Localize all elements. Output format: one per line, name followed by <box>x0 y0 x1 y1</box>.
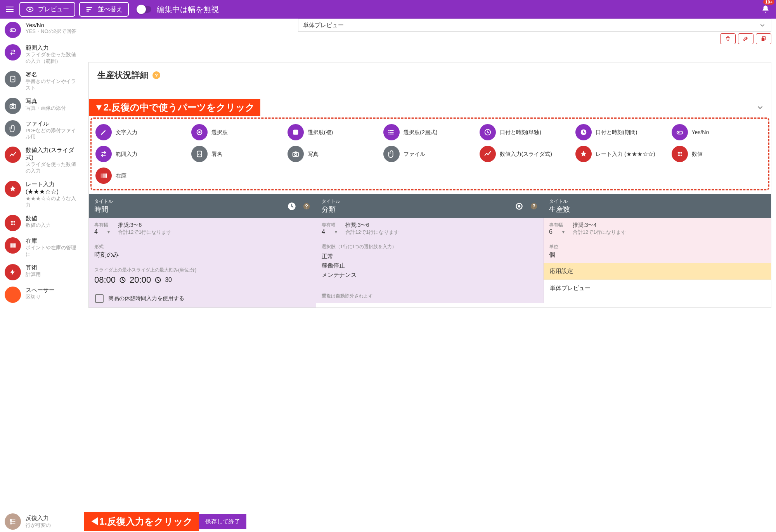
width-toggle[interactable] <box>137 6 151 13</box>
width-toggle-label: 編集中は幅を無視 <box>157 4 219 15</box>
topbar: プレビュー 並べ替え 編集中は幅を無視 10+ <box>0 0 776 19</box>
eye-icon <box>26 5 34 14</box>
bell-icon <box>760 4 771 14</box>
preview-button-label: プレビュー <box>38 5 69 14</box>
sort-button-label: 並べ替え <box>98 5 123 14</box>
sort-button[interactable]: 並べ替え <box>79 2 129 17</box>
notification-badge: 10+ <box>763 0 774 5</box>
preview-button[interactable]: プレビュー <box>19 2 75 17</box>
notification-button[interactable]: 10+ <box>760 0 771 19</box>
sort-icon <box>85 5 94 14</box>
menu-button[interactable] <box>4 5 16 14</box>
